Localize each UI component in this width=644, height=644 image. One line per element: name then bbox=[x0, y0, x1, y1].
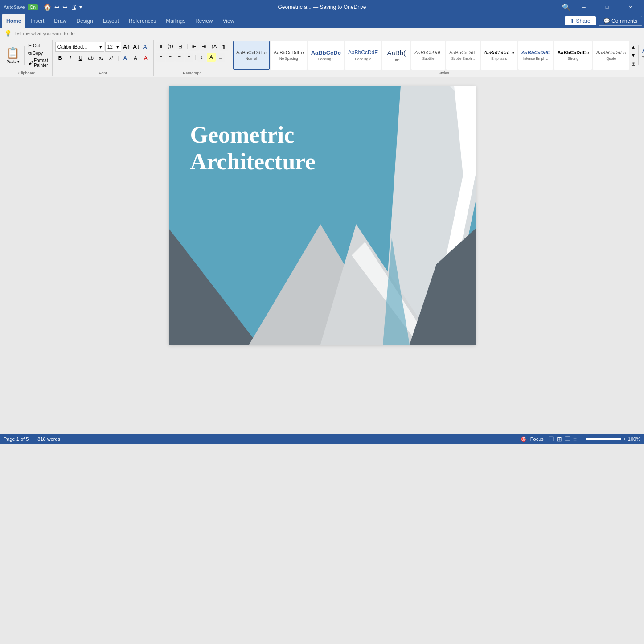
zoom-slider-fill bbox=[586, 438, 621, 440]
tab-layout[interactable]: Layout bbox=[98, 14, 123, 28]
italic-button[interactable]: I bbox=[66, 53, 75, 62]
style-emphasis[interactable]: AaBbCcDdEe Emphasis bbox=[481, 41, 517, 70]
style-intense-name: Intense Emph... bbox=[523, 57, 548, 61]
read-view[interactable]: ≡ bbox=[572, 435, 578, 443]
highlight-color-button[interactable]: A bbox=[131, 53, 140, 62]
document-page[interactable]: Geometric Architecture bbox=[169, 86, 476, 345]
styles-label: Styles bbox=[233, 70, 644, 76]
increase-indent-button[interactable]: ⇥ bbox=[200, 42, 209, 51]
style-heading1[interactable]: AaBbCcDc Heading 1 bbox=[308, 41, 344, 70]
cover-title-line1: Geometric bbox=[190, 122, 295, 148]
zoom-slider[interactable] bbox=[586, 438, 621, 440]
tell-me-input[interactable] bbox=[14, 31, 640, 36]
styles-scroll-down[interactable]: ▾ bbox=[629, 51, 637, 59]
align-left-button[interactable]: ≡ bbox=[156, 53, 165, 62]
shading-button[interactable]: A bbox=[207, 53, 216, 62]
para-row1: ≡ ⑴ ⊟ | ⇤ ⇥ ↕A ¶ bbox=[156, 41, 228, 51]
styles-scroll-up[interactable]: ▴ bbox=[629, 43, 637, 51]
autosave-label: AutoSave bbox=[4, 4, 25, 10]
font-size-selector[interactable]: 12 ▾ bbox=[105, 42, 121, 52]
format-painter-button[interactable]: 🖌 Format Painter bbox=[27, 57, 49, 68]
font-color-button[interactable]: A bbox=[141, 53, 151, 62]
zoom-out-button[interactable]: − bbox=[581, 436, 584, 442]
font-group: Calibri (Bod... ▾ 12 ▾ A↑ A↓ A B I U ab … bbox=[53, 40, 154, 76]
share-button[interactable]: ⬆ Share bbox=[565, 16, 595, 25]
styles-expand[interactable]: ⊞ bbox=[629, 60, 637, 68]
superscript-button[interactable]: x² bbox=[107, 53, 116, 62]
style-strong[interactable]: AaBbCcDdEe Strong bbox=[554, 41, 592, 70]
font-size-dropdown[interactable]: ▾ bbox=[116, 44, 119, 50]
sort-button[interactable]: ↕A bbox=[209, 42, 218, 51]
align-right-button[interactable]: ≡ bbox=[175, 53, 184, 62]
font-name-dropdown[interactable]: ▾ bbox=[99, 44, 102, 50]
cut-button[interactable]: ✂ Cut bbox=[27, 42, 49, 49]
style-h1-preview: AaBbCcDc bbox=[311, 49, 341, 57]
zoom-percent: 100% bbox=[628, 436, 640, 442]
bullets-button[interactable]: ≡ bbox=[156, 42, 165, 51]
style-subtitle-name: Subtitle bbox=[422, 57, 435, 61]
style-normal[interactable]: AaBbCcDdEe Normal bbox=[233, 41, 270, 70]
maximize-btn[interactable]: □ bbox=[597, 0, 617, 14]
font-size-value: 12 bbox=[107, 44, 113, 49]
tab-draw[interactable]: Draw bbox=[49, 14, 71, 28]
align-center-button[interactable]: ≡ bbox=[166, 53, 175, 62]
zoom-in-button[interactable]: + bbox=[623, 436, 626, 442]
font-name-selector[interactable]: Calibri (Bod... ▾ bbox=[55, 42, 104, 52]
subscript-button[interactable]: x₂ bbox=[96, 53, 106, 62]
show-formatting-button[interactable]: ¶ bbox=[219, 42, 228, 51]
styles-pane-button[interactable]: Aa StylesPane bbox=[638, 45, 644, 65]
style-heading2[interactable]: AaBbCcDdE Heading 2 bbox=[345, 41, 381, 70]
copy-button[interactable]: ⧉ Copy bbox=[27, 50, 49, 57]
strikethrough-button[interactable]: ab bbox=[86, 53, 96, 62]
decrease-font-button[interactable]: A↓ bbox=[132, 43, 141, 50]
style-subtle-emphasis[interactable]: AaBbCcDdE Subtle Emph... bbox=[446, 41, 480, 70]
tab-review[interactable]: Review bbox=[191, 14, 217, 28]
minimize-btn[interactable]: ─ bbox=[574, 0, 594, 14]
style-subtitle[interactable]: AaBbCcDdE Subtitle bbox=[411, 41, 445, 70]
search-icon[interactable]: 🔍 bbox=[562, 3, 571, 12]
font-label: Font bbox=[55, 70, 151, 76]
tab-view[interactable]: View bbox=[218, 14, 239, 28]
tab-design-label: Design bbox=[76, 18, 93, 24]
tab-mailings[interactable]: Mailings bbox=[161, 14, 190, 28]
tab-design[interactable]: Design bbox=[72, 14, 97, 28]
redo-icon[interactable]: ↪ bbox=[62, 4, 68, 11]
comments-button[interactable]: 💬 Comments bbox=[599, 16, 642, 26]
tab-insert[interactable]: Insert bbox=[26, 14, 49, 28]
print-layout-view[interactable]: ☐ bbox=[547, 435, 555, 443]
borders-button[interactable]: □ bbox=[216, 53, 225, 62]
autosave-toggle[interactable]: On bbox=[28, 4, 38, 10]
print-icon[interactable]: 🖨 bbox=[70, 4, 77, 11]
style-title[interactable]: AaBb( Title bbox=[382, 41, 410, 70]
undo-icon[interactable]: ↩ bbox=[54, 4, 60, 11]
clipboard-label: Clipboard bbox=[4, 70, 49, 76]
bold-button[interactable]: B bbox=[55, 53, 65, 62]
tab-home-label: Home bbox=[6, 18, 21, 24]
paste-button[interactable]: 📋 Paste ▾ bbox=[4, 46, 21, 65]
close-btn[interactable]: ✕ bbox=[620, 0, 640, 14]
clipboard-content: 📋 Paste ▾ ✂ Cut ⧉ Copy 🖌 bbox=[4, 40, 49, 70]
style-nospace[interactable]: AaBbCcDdEe No Spacing bbox=[271, 41, 307, 70]
title-bar: AutoSave On 🏠 ↩ ↪ 🖨 ▾ Geometric a... — S… bbox=[0, 0, 644, 14]
style-intense-emphasis[interactable]: AaBbCcDdE Intense Emph... bbox=[518, 41, 554, 70]
web-layout-view[interactable]: ⊞ bbox=[556, 435, 563, 443]
multilevel-list-button[interactable]: ⊟ bbox=[176, 42, 185, 51]
paragraph-content: ≡ ⑴ ⊟ | ⇤ ⇥ ↕A ¶ ≡ ≡ ≡ ≡ | ↕ A □ bbox=[156, 40, 228, 70]
justify-button[interactable]: ≡ bbox=[185, 53, 193, 62]
numbering-button[interactable]: ⑴ bbox=[166, 42, 175, 51]
customize-icon[interactable]: ▾ bbox=[79, 4, 82, 10]
text-effects-button[interactable]: A bbox=[120, 53, 130, 62]
tab-references-label: References bbox=[129, 18, 156, 24]
paste-dropdown-icon[interactable]: ▾ bbox=[17, 59, 20, 64]
page-info: Page 1 of 5 bbox=[4, 436, 29, 442]
outline-view[interactable]: ☰ bbox=[564, 435, 571, 443]
decrease-indent-button[interactable]: ⇤ bbox=[190, 42, 199, 51]
line-spacing-button[interactable]: ↕ bbox=[197, 53, 206, 62]
increase-font-button[interactable]: A↑ bbox=[122, 43, 131, 50]
underline-button[interactable]: U bbox=[76, 53, 86, 62]
style-quote[interactable]: AaBbCcDdEe Quote bbox=[593, 41, 629, 70]
tab-references[interactable]: References bbox=[124, 14, 160, 28]
style-emphasis-name: Emphasis bbox=[491, 57, 507, 61]
clear-format-button[interactable]: A bbox=[142, 43, 148, 50]
tab-home[interactable]: Home bbox=[2, 14, 25, 28]
